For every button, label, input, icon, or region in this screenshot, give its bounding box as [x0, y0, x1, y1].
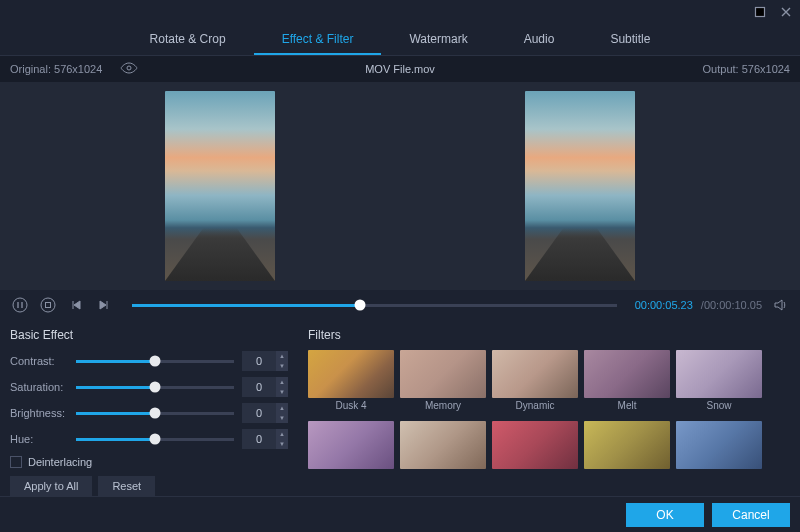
time-current: 00:00:05.23 [635, 299, 693, 311]
time-total: /00:00:10.05 [701, 299, 762, 311]
saturation-slider[interactable] [76, 386, 234, 389]
checkbox-box[interactable] [10, 456, 22, 468]
filter-thumb [584, 421, 670, 469]
timeline-thumb[interactable] [354, 300, 365, 311]
svg-point-2 [13, 298, 27, 312]
original-resolution: Original: 576x1024 [10, 63, 102, 75]
tab-subtitle[interactable]: Subtitle [582, 26, 678, 55]
apply-to-all-button[interactable]: Apply to All [10, 476, 92, 496]
next-frame-button[interactable] [94, 295, 114, 315]
brightness-up[interactable]: ▲ [276, 403, 288, 413]
reset-button[interactable]: Reset [98, 476, 155, 496]
tab-watermark[interactable]: Watermark [381, 26, 495, 55]
filter-row2-4[interactable] [584, 421, 670, 469]
timeline-fill [132, 304, 360, 307]
output-preview [525, 91, 635, 281]
svg-point-1 [127, 66, 131, 70]
pause-button[interactable] [10, 295, 30, 315]
output-resolution: Output: 576x1024 [703, 63, 790, 75]
saturation-down[interactable]: ▼ [276, 387, 288, 397]
filter-thumb [400, 350, 486, 398]
filter-row2-5[interactable] [676, 421, 762, 469]
filter-memory[interactable]: Memory [400, 350, 486, 411]
filter-thumb [676, 421, 762, 469]
svg-point-3 [41, 298, 55, 312]
filter-melt[interactable]: Melt [584, 350, 670, 411]
filter-thumb [492, 421, 578, 469]
maximize-button[interactable] [754, 6, 766, 20]
filter-dusk4[interactable]: Dusk 4 [308, 350, 394, 411]
tab-effect-filter[interactable]: Effect & Filter [254, 26, 382, 55]
tab-bar: Rotate & Crop Effect & Filter Watermark … [0, 26, 800, 56]
saturation-up[interactable]: ▲ [276, 377, 288, 387]
filter-thumb [308, 421, 394, 469]
filters-title: Filters [308, 328, 790, 342]
contrast-down[interactable]: ▼ [276, 361, 288, 371]
close-button[interactable] [780, 6, 792, 20]
tab-audio[interactable]: Audio [496, 26, 583, 55]
brightness-spinner[interactable]: 0▲▼ [242, 403, 288, 423]
preview-toggle-icon[interactable] [120, 62, 138, 76]
svg-rect-4 [46, 303, 51, 308]
hue-up[interactable]: ▲ [276, 429, 288, 439]
stop-button[interactable] [38, 295, 58, 315]
filter-row2-1[interactable] [308, 421, 394, 469]
tab-rotate-crop[interactable]: Rotate & Crop [122, 26, 254, 55]
filename-label: MOV File.mov [365, 63, 435, 75]
contrast-up[interactable]: ▲ [276, 351, 288, 361]
cancel-button[interactable]: Cancel [712, 503, 790, 527]
filter-thumb [492, 350, 578, 398]
hue-down[interactable]: ▼ [276, 439, 288, 449]
brightness-down[interactable]: ▼ [276, 413, 288, 423]
filter-thumb [308, 350, 394, 398]
brightness-label: Brightness: [10, 407, 68, 419]
saturation-spinner[interactable]: 0▲▼ [242, 377, 288, 397]
hue-slider[interactable] [76, 438, 234, 441]
volume-button[interactable] [770, 295, 790, 315]
hue-label: Hue: [10, 433, 68, 445]
filter-row2-3[interactable] [492, 421, 578, 469]
filter-thumb [400, 421, 486, 469]
deinterlacing-label: Deinterlacing [28, 456, 92, 468]
ok-button[interactable]: OK [626, 503, 704, 527]
filter-thumb [676, 350, 762, 398]
original-preview [165, 91, 275, 281]
filter-dynamic[interactable]: Dynamic [492, 350, 578, 411]
contrast-spinner[interactable]: 0▲▼ [242, 351, 288, 371]
filter-row2-2[interactable] [400, 421, 486, 469]
saturation-label: Saturation: [10, 381, 68, 393]
brightness-slider[interactable] [76, 412, 234, 415]
prev-frame-button[interactable] [66, 295, 86, 315]
timeline-slider[interactable] [132, 304, 617, 307]
hue-spinner[interactable]: 0▲▼ [242, 429, 288, 449]
deinterlacing-checkbox[interactable]: Deinterlacing [10, 456, 288, 468]
contrast-slider[interactable] [76, 360, 234, 363]
filter-snow[interactable]: Snow [676, 350, 762, 411]
contrast-label: Contrast: [10, 355, 68, 367]
filter-thumb [584, 350, 670, 398]
svg-rect-0 [756, 8, 765, 17]
basic-effect-title: Basic Effect [10, 328, 288, 342]
